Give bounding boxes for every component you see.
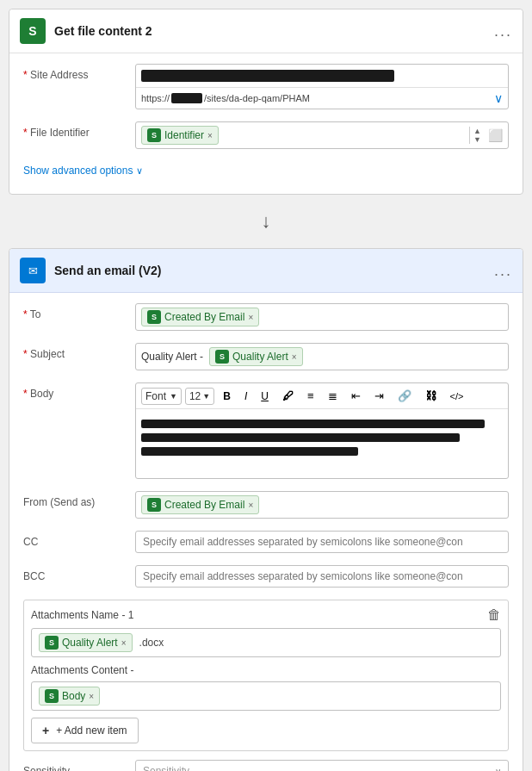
subject-static-text: Quality Alert - [141,351,203,363]
body-redacted-1 [141,420,485,428]
attachment-content-tag-icon: S [45,689,59,703]
connector-arrow: ↓ [0,203,532,239]
send-email-header: ✉ Send an email (V2) ... [9,249,523,293]
cc-row: CC [23,531,509,553]
from-label: From (Send as) [23,491,135,508]
file-identifier-field[interactable]: S Identifier × ▲ ▼ ⬜ [135,121,509,149]
font-select[interactable]: Font ▼ [141,388,182,405]
body-label: Body [23,382,135,400]
sensitivity-chevron-icon: ∨ [495,767,501,772]
add-new-item-button[interactable]: + + Add new item [31,718,139,743]
attachment-docx-text: .docx [139,637,164,649]
get-file-icon: S [20,18,46,44]
identifier-tag-icon: S [147,128,161,142]
attachments-name-header: Attachments Name - 1 🗑 [31,607,501,623]
attachment-content-tag-close[interactable]: × [89,692,94,701]
site-address-chevron[interactable]: ∨ [494,91,503,105]
body-redacted-3 [141,447,358,456]
font-size-select[interactable]: 12 ▼ [185,388,214,405]
font-size-chevron: ▼ [202,392,210,401]
attachment-name-tag-icon: S [45,636,59,650]
site-address-row: Site Address https:///sites/da-dep-qam/P… [23,64,509,109]
from-tag-close[interactable]: × [248,501,253,510]
bullet-list-button[interactable]: ≡ [302,387,319,405]
spinner-up[interactable]: ▲ [473,127,481,135]
italic-button[interactable]: I [239,388,252,405]
subject-tag-close[interactable]: × [292,352,297,362]
site-address-bottom: https:///sites/da-dep-qam/PHAM ∨ [136,88,508,109]
body-toolbar: Font ▼ 12 ▼ B I U 🖊 ≡ ≣ ⇤ ⇥ 🔗 [136,383,508,409]
ordered-list-button[interactable]: ≣ [323,387,343,405]
bcc-label: BCC [23,565,135,582]
send-email-menu[interactable]: ... [494,262,512,280]
body-content[interactable] [136,409,508,478]
site-address-redacted-1 [141,70,394,82]
get-file-title: Get file content 2 [54,24,494,38]
file-picker-icon[interactable]: ⬜ [488,128,503,142]
font-select-chevron: ▼ [170,392,177,401]
identifier-tag: S Identifier × [141,126,219,145]
send-email-body: To S Created By Email × Subject Quality … [9,293,523,771]
to-tag-close[interactable]: × [248,313,253,322]
subject-row: Subject Quality Alert - S Quality Alert … [23,343,509,370]
from-tag-icon: S [147,498,161,512]
cc-input[interactable] [135,531,509,553]
bcc-row: BCC [23,565,509,588]
send-email-icon: ✉ [20,258,46,283]
sensitivity-row: Sensitivity Sensitivity ∨ [23,760,509,771]
attachment-name-tag-close[interactable]: × [121,638,127,648]
attachment-content-tag: S Body × [39,687,100,706]
unlink-button[interactable]: ⛓ [420,387,442,405]
chevron-down-icon: ∨ [136,165,143,177]
subject-tag: S Quality Alert × [209,347,303,366]
attachments-content-header: Attachments Content - [31,664,501,676]
link-button[interactable]: 🔗 [393,387,417,405]
underline-button[interactable]: U [256,388,274,405]
to-tag: S Created By Email × [141,308,259,326]
file-identifier-row: File Identifier S Identifier × ▲ ▼ ⬜ [23,121,509,149]
send-email-title: Send an email (V2) [54,264,494,277]
subject-tag-icon: S [215,350,229,364]
indent-button[interactable]: ⇥ [369,387,389,405]
code-button[interactable]: </> [445,389,469,404]
from-field[interactable]: S Created By Email × [135,491,509,519]
color-button[interactable]: 🖊 [277,387,299,405]
spinner-down[interactable]: ▼ [473,135,481,144]
site-address-label: Site Address [23,64,135,81]
to-field[interactable]: S Created By Email × [135,303,509,331]
get-file-menu[interactable]: ... [494,22,512,40]
attachment-name-input[interactable]: S Quality Alert × .docx [31,628,501,657]
cc-label: CC [23,531,135,548]
attachments-section: Attachments Name - 1 🗑 S Quality Alert ×… [23,600,509,751]
sensitivity-select[interactable]: Sensitivity ∨ [135,760,509,771]
from-tag: S Created By Email × [141,495,259,514]
attachment-name-tag: S Quality Alert × [39,633,133,652]
to-tag-icon: S [147,310,161,324]
site-address-field[interactable]: https:///sites/da-dep-qam/PHAM ∨ [135,64,509,109]
sensitivity-label: Sensitivity [23,760,135,771]
get-file-card: S Get file content 2 ... Site Address ht… [9,9,523,195]
site-address-top [136,65,508,88]
body-editor-container[interactable]: Font ▼ 12 ▼ B I U 🖊 ≡ ≣ ⇤ ⇥ 🔗 [135,382,509,479]
to-row: To S Created By Email × [23,303,509,331]
identifier-tag-close[interactable]: × [207,131,213,140]
body-row: Body Font ▼ 12 ▼ B I U 🖊 ≡ [23,382,509,479]
get-file-header: S Get file content 2 ... [9,9,523,53]
from-row: From (Send as) S Created By Email × [23,491,509,519]
send-email-card: ✉ Send an email (V2) ... To S Created By… [9,248,523,771]
bold-button[interactable]: B [218,388,236,405]
add-plus-icon: + [42,724,49,737]
subject-label: Subject [23,343,135,360]
attachment-content-input[interactable]: S Body × [31,681,501,711]
subject-field[interactable]: Quality Alert - S Quality Alert × [135,343,509,370]
file-identifier-label: File Identifier [23,121,135,139]
show-advanced-link[interactable]: Show advanced options ∨ [23,161,509,183]
to-label: To [23,303,135,320]
body-redacted-2 [141,433,460,442]
bcc-input[interactable] [135,565,509,588]
trash-icon[interactable]: 🗑 [487,607,501,623]
outdent-button[interactable]: ⇤ [346,387,366,405]
get-file-body: Site Address https:///sites/da-dep-qam/P… [9,53,523,194]
